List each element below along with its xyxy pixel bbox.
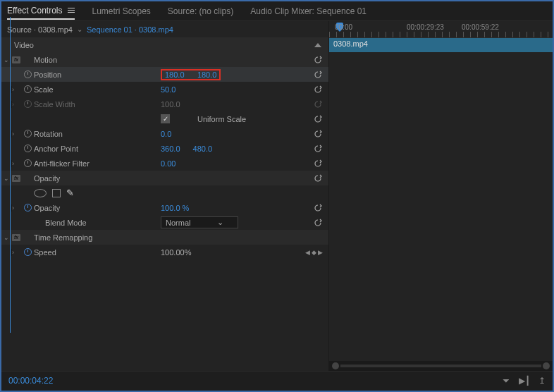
footer-icons: ⏷ ▶┃ ↥ <box>502 376 546 386</box>
uniform-scale-label: Uniform Scale <box>197 115 246 123</box>
reset-icon[interactable] <box>313 70 323 80</box>
position-label: Position <box>34 71 161 79</box>
stopwatch-icon[interactable] <box>24 204 32 212</box>
scale-label: Scale <box>34 85 161 94</box>
scroll-handle-right[interactable] <box>543 362 550 369</box>
scale-width-row: Scale Width 100.0 <box>1 97 328 111</box>
reset-icon[interactable] <box>313 55 323 65</box>
time-remap-header[interactable]: Time Remapping <box>1 230 328 245</box>
reset-icon[interactable] <box>313 203 323 213</box>
pen-mask-icon[interactable]: ✎ <box>66 188 74 198</box>
collapse-icon[interactable] <box>314 43 321 47</box>
chevron-right-icon[interactable] <box>11 130 21 137</box>
position-row[interactable]: Position 180.0 180.0 <box>1 67 328 82</box>
speed-row[interactable]: Speed 100.00% ◀◆▶ <box>1 245 328 259</box>
next-keyframe-icon[interactable]: ▶ <box>318 249 323 256</box>
clip-bar[interactable]: 0308.mp4 <box>329 38 553 52</box>
stopwatch-icon[interactable] <box>24 159 32 167</box>
scale-value[interactable]: 50.0 <box>161 85 176 94</box>
reset-icon[interactable] <box>313 173 323 183</box>
filter-icon[interactable]: ⏷ <box>502 376 510 386</box>
panel-menu-icon[interactable] <box>68 8 75 13</box>
scroll-track[interactable] <box>340 365 541 367</box>
tab-source[interactable]: Source: (no clips) <box>168 4 233 19</box>
export-icon[interactable]: ↥ <box>538 376 546 386</box>
reset-icon[interactable] <box>313 159 323 169</box>
chevron-down-icon[interactable] <box>4 234 9 241</box>
scale-width-value: 100.0 <box>161 100 180 109</box>
current-timecode[interactable]: 00:00:04:22 <box>8 376 53 386</box>
video-section-header: Video <box>1 38 328 52</box>
reset-icon[interactable] <box>313 144 323 154</box>
position-values-highlighted: 180.0 180.0 <box>161 69 221 80</box>
effect-controls-panel: Source · 0308.mp4 ⌄ Sequence 01 · 0308.m… <box>1 21 328 371</box>
opacity-value-row[interactable]: Opacity 100.0 % <box>1 200 328 215</box>
chevron-right-icon[interactable] <box>11 86 21 93</box>
chevron-down-icon[interactable] <box>4 56 9 63</box>
playhead-line <box>10 17 11 333</box>
video-label: Video <box>14 41 34 49</box>
timeline-ruler[interactable]: 00:00 00:00:29:23 00:00:59:22 <box>329 21 553 38</box>
sequence-link[interactable]: Sequence 01 · 0308.mp4 <box>87 25 173 34</box>
reset-icon[interactable] <box>313 129 323 139</box>
play-icon[interactable]: ▶┃ <box>519 376 530 386</box>
motion-label: Motion <box>34 56 161 64</box>
time-remap-label: Time Remapping <box>34 233 161 242</box>
anchor-y-value[interactable]: 480.0 <box>193 145 213 153</box>
scale-row[interactable]: Scale 50.0 <box>1 82 328 97</box>
position-x-value[interactable]: 180.0 <box>165 71 185 79</box>
reset-icon[interactable] <box>313 218 323 228</box>
anchor-x-value[interactable]: 360.0 <box>161 145 180 153</box>
opacity-value[interactable]: 100.0 % <box>161 204 189 212</box>
fx-badge-icon[interactable] <box>12 175 20 182</box>
fx-badge-icon[interactable] <box>12 56 20 63</box>
add-keyframe-icon[interactable]: ◆ <box>312 249 316 256</box>
keyframe-nav: ◀◆▶ <box>305 249 323 256</box>
source-label: Source · 0308.mp4 <box>7 25 73 34</box>
position-y-value[interactable]: 180.0 <box>197 71 217 79</box>
panel-tabs: Effect Controls Lumetri Scopes Source: (… <box>1 1 553 21</box>
reset-icon[interactable] <box>313 114 323 124</box>
tab-lumetri-scopes[interactable]: Lumetri Scopes <box>92 4 150 19</box>
reset-icon <box>313 99 323 109</box>
stopwatch-icon[interactable] <box>24 85 32 93</box>
rect-mask-icon[interactable] <box>52 189 61 197</box>
motion-effect-header[interactable]: Motion <box>1 52 328 67</box>
stopwatch-icon[interactable] <box>24 248 32 256</box>
prev-keyframe-icon[interactable]: ◀ <box>305 249 310 256</box>
stopwatch-icon[interactable] <box>24 130 32 137</box>
timeline-zoom-scrollbar[interactable] <box>329 361 553 371</box>
chevron-right-icon[interactable] <box>11 204 21 212</box>
speed-label: Speed <box>34 248 161 257</box>
chevron-right-icon[interactable] <box>11 249 21 256</box>
antiflicker-value[interactable]: 0.00 <box>161 159 176 168</box>
tab-audio-mixer[interactable]: Audio Clip Mixer: Sequence 01 <box>250 4 367 19</box>
rotation-value[interactable]: 0.0 <box>161 130 171 138</box>
chevron-down-icon[interactable] <box>4 175 9 182</box>
fx-badge-icon[interactable] <box>12 234 20 241</box>
timecode-mark: 00:00:29:23 <box>407 23 444 31</box>
opacity-effect-header[interactable]: Opacity <box>1 171 328 185</box>
chevron-down-icon: ⌄ <box>217 218 223 227</box>
ellipse-mask-icon[interactable] <box>34 189 47 197</box>
anchor-point-row[interactable]: Anchor Point 360.0480.0 <box>1 141 328 156</box>
chevron-right-icon <box>11 101 21 108</box>
tab-effect-controls[interactable]: Effect Controls <box>7 3 75 20</box>
rotation-row[interactable]: Rotation 0.0 <box>1 126 328 141</box>
footer-bar: 00:00:04:22 ⏷ ▶┃ ↥ <box>1 371 553 389</box>
timeline-body[interactable] <box>329 52 553 361</box>
blend-mode-select[interactable]: Normal⌄ <box>161 216 238 228</box>
timecode-mark: 00:00 <box>335 23 352 31</box>
stopwatch-icon[interactable] <box>24 71 32 78</box>
chevron-right-icon[interactable] <box>11 160 21 167</box>
uniform-scale-checkbox[interactable]: ✓ <box>161 114 170 123</box>
reset-icon[interactable] <box>313 85 323 94</box>
timecode-mark: 00:00:59:22 <box>462 23 499 31</box>
chevron-down-icon[interactable]: ⌄ <box>77 25 82 33</box>
blend-mode-row[interactable]: Blend Mode Normal⌄ <box>1 215 328 230</box>
antiflicker-row[interactable]: Anti-flicker Filter 0.00 <box>1 156 328 171</box>
blend-mode-label: Blend Mode <box>34 219 161 227</box>
stopwatch-icon[interactable] <box>24 145 32 152</box>
uniform-scale-row[interactable]: ✓ Uniform Scale <box>1 111 328 126</box>
scroll-handle-left[interactable] <box>332 362 339 369</box>
